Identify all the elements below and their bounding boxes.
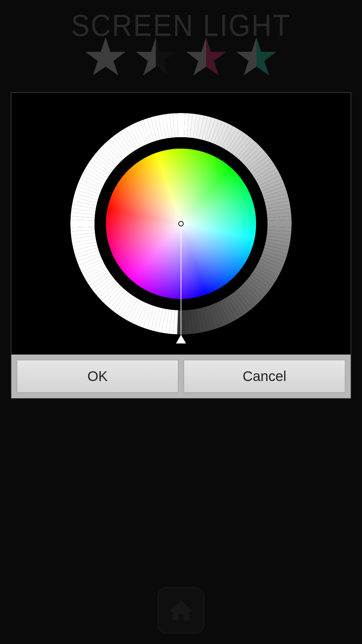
hue-sat-marker[interactable] xyxy=(178,221,184,226)
cancel-button[interactable]: Cancel xyxy=(184,360,345,393)
color-picker-area xyxy=(11,93,351,355)
ok-button[interactable]: OK xyxy=(17,360,178,393)
dialog-button-bar: OK Cancel xyxy=(11,355,351,398)
value-ring-pointer[interactable] xyxy=(181,224,181,343)
color-picker-dialog: OK Cancel xyxy=(11,92,351,399)
